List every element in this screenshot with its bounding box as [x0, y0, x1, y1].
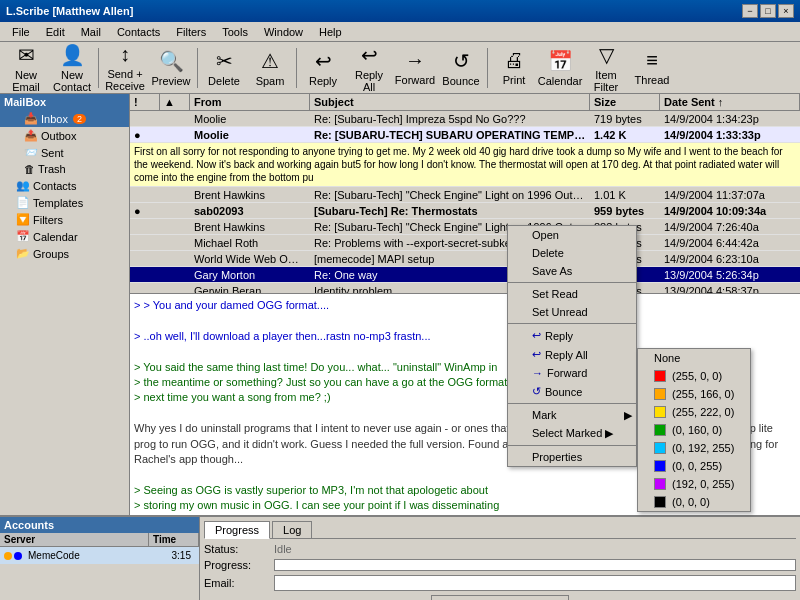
minimize-button[interactable]: − — [742, 4, 758, 18]
sidebar-item-trash[interactable]: 🗑 Trash — [0, 161, 129, 177]
email-field: Email: — [204, 575, 796, 591]
send-receive-button[interactable]: ↕ Send + Receive — [103, 45, 147, 91]
submenu-item-black[interactable]: (0, 0, 0) — [638, 493, 750, 511]
sidebar-calendar-label: Calendar — [33, 231, 78, 243]
email-input[interactable] — [274, 575, 796, 591]
menu-window[interactable]: Window — [256, 24, 311, 40]
reply-button[interactable]: ↩ Reply — [301, 45, 345, 91]
status-field: Status: Idle — [204, 543, 796, 555]
sidebar-calendar-icon: 📅 — [16, 230, 30, 243]
table-row[interactable]: Gerwin Beran Identity problem 521 bytes … — [130, 283, 800, 294]
table-row[interactable]: Brent Hawkins Re: [Subaru-Tech] "Check E… — [130, 187, 800, 203]
account-time: 3:15 — [168, 549, 195, 562]
sidebar-item-groups[interactable]: 📂 Groups — [0, 245, 129, 262]
submenu-item-orange[interactable]: (255, 166, 0) — [638, 385, 750, 403]
context-menu-open[interactable]: Open — [508, 226, 636, 244]
col-header-size[interactable]: Size — [590, 94, 660, 110]
submenu-item-red[interactable]: (255, 0, 0) — [638, 367, 750, 385]
email-flag2 — [160, 226, 190, 228]
print-button[interactable]: 🖨 Print — [492, 45, 536, 91]
menu-filters[interactable]: Filters — [168, 24, 214, 40]
email-label: Email: — [204, 577, 274, 589]
status-label: Status: — [204, 543, 274, 555]
accounts-panel: Accounts Server Time MemeCode 3:15 — [0, 517, 200, 600]
sidebar-item-calendar[interactable]: 📅 Calendar — [0, 228, 129, 245]
close-connection-button[interactable]: Close Connection... — [431, 595, 569, 600]
menu-mail[interactable]: Mail — [73, 24, 109, 40]
calendar-button[interactable]: 📅 Calendar — [538, 45, 582, 91]
context-menu-bounce[interactable]: ↺Bounce — [508, 382, 636, 401]
delete-button[interactable]: ✂ Delete — [202, 45, 246, 91]
table-row[interactable]: Moolie Re: [Subaru-Tech] Impreza 5spd No… — [130, 111, 800, 127]
sidebar-item-templates[interactable]: 📄 Templates — [0, 194, 129, 211]
sidebar-item-sent[interactable]: 📨 Sent — [0, 144, 129, 161]
submenu-item-blue[interactable]: (0, 0, 255) — [638, 457, 750, 475]
preview-button[interactable]: 🔍 Preview — [149, 45, 193, 91]
submenu-item-none[interactable]: None — [638, 349, 750, 367]
tab-log[interactable]: Log — [272, 521, 312, 538]
spam-button[interactable]: ⚠ Spam — [248, 45, 292, 91]
thread-button[interactable]: ≡ Thread — [630, 45, 674, 91]
submenu-item-green[interactable]: (0, 160, 0) — [638, 421, 750, 439]
table-row[interactable]: Michael Roth Re: Problems with --export-… — [130, 235, 800, 251]
toolbar-sep1 — [98, 48, 99, 88]
bounce-button[interactable]: ↺ Bounce — [439, 45, 483, 91]
table-row[interactable]: Brent Hawkins Re: [Subaru-Tech] "Check E… — [130, 219, 800, 235]
submenu-item-yellow[interactable]: (255, 222, 0) — [638, 403, 750, 421]
forward-icon: → — [532, 367, 543, 379]
context-menu-set-read[interactable]: Set Read — [508, 285, 636, 303]
context-menu-delete[interactable]: Delete — [508, 244, 636, 262]
menu-edit[interactable]: Edit — [38, 24, 73, 40]
reply-all-label: Reply — [355, 69, 383, 81]
sidebar-item-inbox[interactable]: 📥 Inbox 2 — [0, 110, 129, 127]
context-menu-save-as[interactable]: Save As — [508, 262, 636, 280]
forward-button[interactable]: → Forward — [393, 45, 437, 91]
new-contact-label: New — [61, 69, 83, 81]
account-row[interactable]: MemeCode 3:15 — [0, 547, 199, 564]
new-contact-button[interactable]: 👤 New Contact — [50, 45, 94, 91]
spam-icon: ⚠ — [261, 49, 279, 73]
table-row[interactable]: World Wide Web Owner [memecode] MAPI set… — [130, 251, 800, 267]
item-filter-button[interactable]: ▽ Item Filter — [584, 45, 628, 91]
tab-progress[interactable]: Progress — [204, 521, 270, 539]
close-button[interactable]: × — [778, 4, 794, 18]
maximize-button[interactable]: □ — [760, 4, 776, 18]
sidebar-item-outbox[interactable]: 📤 Outbox — [0, 127, 129, 144]
context-menu-forward[interactable]: →Forward — [508, 364, 636, 382]
col-header-date[interactable]: Date Sent ↑ — [660, 94, 800, 110]
color-dot-blue — [654, 460, 666, 472]
context-menu-reply-all[interactable]: ↩Reply All — [508, 345, 636, 364]
new-contact-label2: Contact — [53, 81, 91, 93]
title-bar: L.Scribe [Matthew Allen] − □ × — [0, 0, 800, 22]
menu-help[interactable]: Help — [311, 24, 350, 40]
context-menu-select-marked[interactable]: Select Marked ▶ — [508, 424, 636, 443]
context-menu-properties[interactable]: Properties — [508, 448, 636, 466]
email-list[interactable]: ! ▲ From Subject Size Date Sent ↑ Moolie… — [130, 94, 800, 294]
sidebar-item-contacts[interactable]: 👥 Contacts — [0, 177, 129, 194]
submenu-item-purple[interactable]: (192, 0, 255) — [638, 475, 750, 493]
context-menu-set-unread[interactable]: Set Unread — [508, 303, 636, 321]
new-email-button[interactable]: ✉ New Email — [4, 45, 48, 91]
inbox-icon: 📥 — [24, 112, 38, 125]
menu-file[interactable]: File — [4, 24, 38, 40]
accounts-col-time: Time — [149, 533, 199, 546]
menu-contacts[interactable]: Contacts — [109, 24, 168, 40]
sidebar-item-filters[interactable]: 🔽 Filters — [0, 211, 129, 228]
menu-tools[interactable]: Tools — [214, 24, 256, 40]
table-row[interactable]: ● Moolie Re: [SUBARU-TECH] SUBARU OPERAT… — [130, 127, 800, 143]
window-controls: − □ × — [742, 4, 794, 18]
col-header-flags2[interactable]: ▲ — [160, 94, 190, 110]
email-from: Gerwin Beran — [190, 284, 310, 295]
col-header-subject[interactable]: Subject — [310, 94, 590, 110]
context-menu-mark[interactable]: Mark▶ — [508, 406, 636, 424]
col-header-flags1[interactable]: ! — [130, 94, 160, 110]
email-date: 13/9/2004 5:26:34p — [660, 268, 800, 282]
submenu-item-cyan[interactable]: (0, 192, 255) — [638, 439, 750, 457]
reply-all-button[interactable]: ↩ Reply All — [347, 45, 391, 91]
email-from: Moolie — [190, 112, 310, 126]
col-header-from[interactable]: From — [190, 94, 310, 110]
table-row[interactable]: ● sab02093 [Subaru-Tech] Re: Thermostats… — [130, 203, 800, 219]
context-menu-reply[interactable]: ↩Reply — [508, 326, 636, 345]
table-row[interactable]: Gary Morton Re: One way 3.51 K 13/9/2004… — [130, 267, 800, 283]
templates-icon: 📄 — [16, 196, 30, 209]
